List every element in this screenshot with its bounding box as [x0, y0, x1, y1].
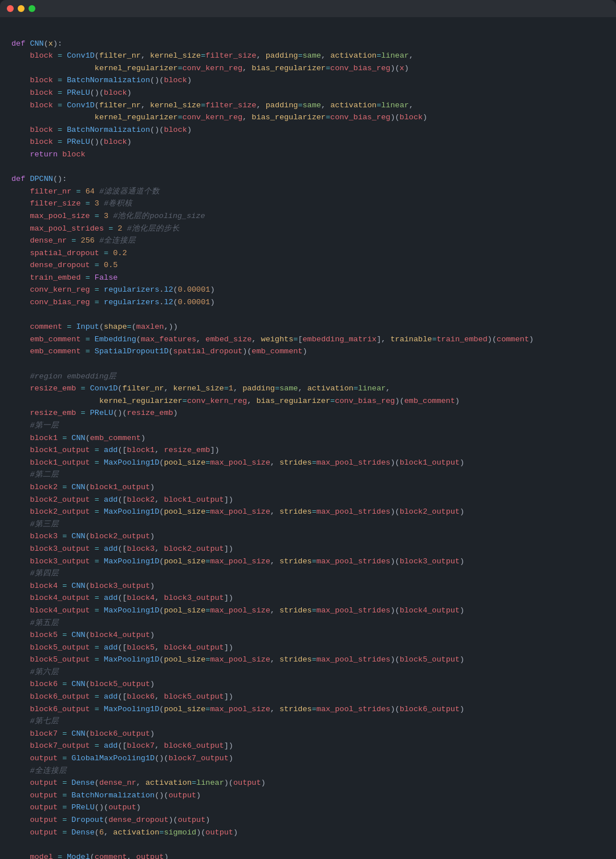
close-button[interactable]: [7, 5, 14, 12]
minimize-button[interactable]: [18, 5, 25, 12]
code-editor: def CNN(x): block = Conv1D(filter_nr, ke…: [0, 17, 616, 859]
maximize-button[interactable]: [29, 5, 35, 12]
titlebar: [0, 0, 616, 17]
window: def CNN(x): block = Conv1D(filter_nr, ke…: [0, 0, 616, 859]
